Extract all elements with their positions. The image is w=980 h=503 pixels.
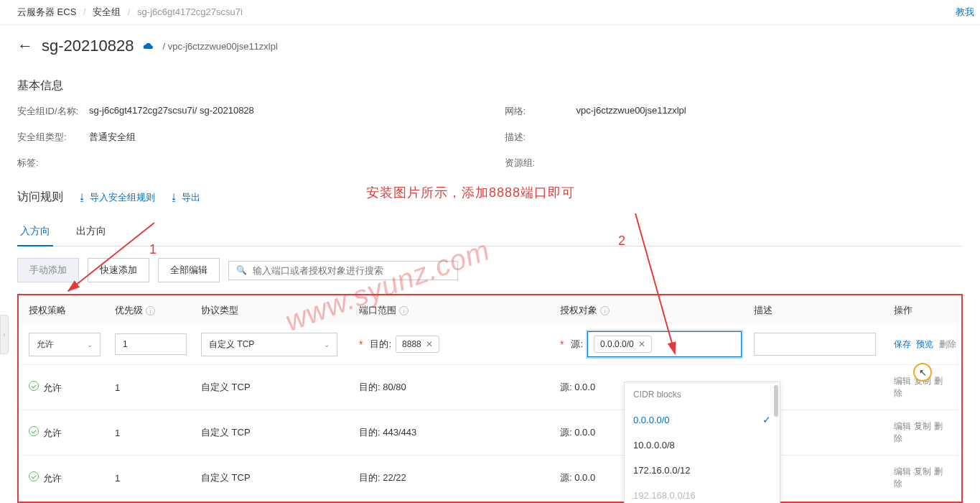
save-button[interactable]: 保存 bbox=[894, 339, 911, 349]
desc-input[interactable] bbox=[754, 333, 876, 356]
cell-ops: 编辑复制删除 bbox=[894, 420, 951, 445]
search-box[interactable]: 🔍 bbox=[228, 261, 458, 280]
cell-port: 目的: 22/22 bbox=[359, 471, 560, 484]
th-priority: 优先级i bbox=[115, 304, 201, 317]
label-desc: 描述: bbox=[505, 131, 577, 144]
proto-select[interactable]: 自定义 TCP⌄ bbox=[201, 333, 337, 356]
page-title: sg-20210828 bbox=[42, 37, 134, 55]
allow-icon bbox=[29, 426, 39, 436]
allow-icon bbox=[29, 471, 39, 481]
tab-outbound[interactable]: 出方向 bbox=[73, 218, 109, 246]
info-icon[interactable]: i bbox=[600, 306, 610, 315]
policy-select[interactable]: 允许⌄ bbox=[29, 333, 101, 356]
label-tag: 标签: bbox=[17, 157, 89, 170]
export-rules-button[interactable]: ⭳导出 bbox=[169, 191, 200, 204]
edit-link[interactable]: 编辑 bbox=[894, 376, 911, 386]
source-label: 源: bbox=[571, 338, 583, 351]
th-proto: 协议类型 bbox=[201, 304, 359, 317]
crumb-sg[interactable]: 安全组 bbox=[93, 6, 121, 17]
download-icon: ⭳ bbox=[169, 192, 179, 203]
cell-policy: 允许 bbox=[43, 428, 62, 438]
crumb-ecs[interactable]: 云服务器 ECS bbox=[17, 6, 76, 17]
th-ops: 操作 bbox=[894, 304, 951, 317]
dropdown-item[interactable]: 0.0.0.0/0✓ bbox=[625, 407, 780, 433]
delete-button[interactable]: 删除 bbox=[939, 339, 956, 349]
side-handle[interactable]: ‹ bbox=[0, 315, 9, 354]
copy-link[interactable]: 复制 bbox=[914, 421, 931, 431]
check-icon: ✓ bbox=[762, 414, 771, 425]
cell-proto: 自定义 TCP bbox=[201, 471, 359, 484]
edit-row: 允许⌄ 1 自定义 TCP⌄ *目的: 8888✕ *源: 0.0.0.0/0✕… bbox=[20, 324, 960, 364]
back-icon[interactable]: ← bbox=[17, 37, 33, 55]
cell-policy: 允许 bbox=[43, 473, 62, 484]
close-icon[interactable]: ✕ bbox=[426, 339, 433, 349]
label-resgrp: 资源组: bbox=[505, 157, 577, 170]
label-network: 网络: bbox=[505, 105, 577, 118]
dropdown-item[interactable]: 192.168.0.0/16 bbox=[625, 483, 780, 503]
chevron-down-icon: ⌄ bbox=[324, 341, 330, 349]
label-type: 安全组类型: bbox=[17, 131, 89, 144]
edit-link[interactable]: 编辑 bbox=[894, 466, 911, 476]
cell-policy: 允许 bbox=[43, 382, 62, 393]
value-sgid: sg-j6c6gt4172cg27scsu7i/ sg-20210828 bbox=[89, 105, 254, 118]
th-policy: 授权策略 bbox=[29, 304, 115, 317]
cloud-icon bbox=[142, 42, 154, 50]
cell-proto: 自定义 TCP bbox=[201, 381, 359, 394]
th-target: 授权对象i bbox=[560, 304, 754, 317]
search-input[interactable] bbox=[253, 265, 450, 276]
annotation-text: 安装图片所示，添加8888端口即可 bbox=[366, 184, 575, 201]
annotation-2: 2 bbox=[618, 234, 625, 249]
help-link[interactable]: 教我 bbox=[956, 6, 974, 19]
value-type: 普通安全组 bbox=[89, 131, 136, 144]
label-sgid: 安全组ID/名称: bbox=[17, 105, 89, 118]
search-icon: 🔍 bbox=[236, 265, 247, 275]
table-row: 允许1自定义 TCP目的: 80/80源: 0.0.0编辑复制删除 bbox=[20, 364, 960, 410]
dropdown-header: CIDR blocks bbox=[625, 382, 780, 407]
table-row: 允许1自定义 TCP目的: 443/443源: 0.0.0编辑复制删除 bbox=[20, 410, 960, 455]
close-icon[interactable]: ✕ bbox=[638, 339, 645, 349]
priority-input[interactable]: 1 bbox=[115, 333, 187, 355]
cell-priority: 1 bbox=[115, 428, 201, 438]
rules-title: 访问规则 bbox=[17, 190, 63, 205]
import-rules-button[interactable]: ⭳导入安全组规则 bbox=[78, 191, 155, 204]
edit-link[interactable]: 编辑 bbox=[894, 421, 911, 431]
preview-button[interactable]: 预览 bbox=[916, 339, 933, 349]
basic-title: 基本信息 bbox=[17, 78, 963, 93]
dropdown-item[interactable]: 10.0.0.0/8 bbox=[625, 433, 780, 458]
scrollbar-thumb[interactable] bbox=[774, 385, 778, 417]
breadcrumb: 云服务器 ECS / 安全组 / sg-j6c6gt4172cg27scsu7i bbox=[0, 0, 980, 25]
info-icon[interactable]: i bbox=[146, 306, 155, 315]
tab-inbound[interactable]: 入方向 bbox=[17, 218, 53, 246]
edit-all-button[interactable]: 全部编辑 bbox=[158, 258, 220, 282]
source-input[interactable]: 0.0.0.0/0✕ bbox=[587, 331, 742, 357]
cell-port: 目的: 80/80 bbox=[359, 381, 560, 394]
rules-table: 授权策略 优先级i 协议类型 端口范围i 授权对象i 描述 操作 允许⌄ 1 自… bbox=[17, 294, 963, 503]
cidr-dropdown: CIDR blocks 0.0.0.0/0✓ 10.0.0.0/8 172.16… bbox=[624, 382, 780, 503]
pointer-highlight: ↖ bbox=[913, 363, 932, 382]
download-icon: ⭳ bbox=[78, 192, 87, 203]
cell-ops: 编辑复制删除 bbox=[894, 466, 951, 490]
th-port: 端口范围i bbox=[359, 304, 560, 317]
value-network: vpc-j6ctzzwue00jse11zxlpl bbox=[577, 105, 686, 118]
direction-tabs: 入方向 出方向 bbox=[17, 218, 963, 246]
manual-add-button[interactable]: 手动添加 bbox=[17, 258, 79, 282]
cell-priority: 1 bbox=[115, 473, 201, 484]
cell-priority: 1 bbox=[115, 382, 201, 393]
quick-add-button[interactable]: 快速添加 bbox=[88, 258, 149, 282]
allow-icon bbox=[29, 381, 39, 391]
dropdown-item[interactable]: 172.16.0.0/12 bbox=[625, 458, 780, 483]
port-tag[interactable]: 8888✕ bbox=[396, 336, 439, 353]
info-icon[interactable]: i bbox=[399, 306, 409, 315]
page-subtitle: / vpc-j6ctzzwue00jse11zxlpl bbox=[162, 41, 277, 52]
th-desc: 描述 bbox=[754, 304, 894, 317]
annotation-1: 1 bbox=[149, 242, 157, 257]
cursor-icon: ↖ bbox=[919, 367, 927, 378]
copy-link[interactable]: 复制 bbox=[914, 466, 931, 476]
crumb-id: sg-j6c6gt4172cg27scsu7i bbox=[137, 6, 243, 17]
chevron-down-icon: ⌄ bbox=[87, 341, 93, 349]
cell-proto: 自定义 TCP bbox=[201, 426, 359, 439]
page-header: ← sg-20210828 / vpc-j6ctzzwue00jse11zxlp… bbox=[0, 25, 980, 68]
cell-port: 目的: 443/443 bbox=[359, 426, 560, 439]
dest-label: 目的: bbox=[370, 338, 391, 351]
table-row: 允许1自定义 TCP目的: 22/22源: 0.0.0编辑复制删除 bbox=[20, 455, 960, 500]
